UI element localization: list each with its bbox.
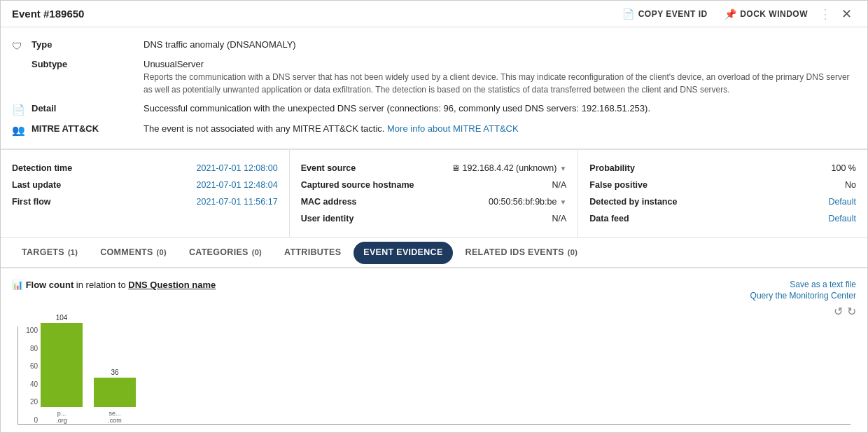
- type-label: Type: [31, 39, 144, 50]
- bar-group-1: 104 p....org: [41, 314, 83, 424]
- tab-attributes-label: ATTRIBUTES: [284, 247, 341, 257]
- mac-dropdown-icon[interactable]: ▼: [559, 198, 566, 206]
- window-title: Event #189650: [12, 8, 84, 20]
- chart-flow-count: Flow count: [26, 280, 74, 290]
- mitre-value: The event is not associated with any MIT…: [144, 123, 856, 134]
- probability-label: Probability: [589, 163, 635, 173]
- event-source-row: Event source 🖥 192.168.4.42 (unknown) ▼: [301, 160, 567, 177]
- chart-header: 📊 Flow count in relation to DNS Question…: [12, 280, 856, 318]
- copy-icon: 📄: [622, 8, 635, 20]
- false-positive-row: False positive No: [589, 177, 856, 193]
- query-monitoring-link[interactable]: Query the Monitoring Center: [750, 291, 856, 301]
- tab-related-ids-label: RELATED IDS EVENTS: [465, 247, 564, 257]
- bar-label-1: p....org: [56, 410, 67, 424]
- data-feed-value: Default: [828, 214, 856, 224]
- detail-value: Successful communication with the unexpe…: [144, 103, 856, 114]
- probability-value: 100 %: [832, 163, 856, 173]
- tab-comments-count: (0): [157, 248, 167, 256]
- chart-title-middle: in relation to: [76, 280, 128, 290]
- captured-hostname-label: Captured source hostname: [301, 180, 414, 190]
- chart-section: 📊 Flow count in relation to DNS Question…: [1, 268, 867, 432]
- header-actions: 📄 COPY EVENT ID 📌 DOCK WINDOW ⋮ ✕: [617, 4, 856, 25]
- y-axis: 100 80 60 40 20 0: [18, 327, 41, 424]
- false-positive-label: False positive: [589, 180, 648, 190]
- detected-by-row: Detected by instance Default: [589, 193, 856, 210]
- mac-address-row: MAC address 00:50:56:bf:9b:be ▼: [301, 193, 567, 210]
- save-text-link[interactable]: Save as a text file: [790, 280, 856, 289]
- event-window: Event #189650 📄 COPY EVENT ID 📌 DOCK WIN…: [0, 0, 868, 433]
- copy-event-id-button[interactable]: 📄 COPY EVENT ID: [617, 6, 713, 22]
- tab-related-ids[interactable]: RELATED IDS EVENTS (0): [456, 242, 588, 264]
- tab-targets[interactable]: TARGETS (1): [12, 242, 88, 264]
- subtype-desc: Reports the communication with a DNS ser…: [144, 71, 856, 96]
- undo-button[interactable]: ↺: [834, 305, 843, 318]
- subtype-value-block: UnusualServer Reports the communication …: [144, 59, 856, 96]
- first-flow-value: 2021-07-01 11:56:17: [197, 197, 278, 207]
- redo-button[interactable]: ↻: [847, 305, 856, 318]
- bar-group-2: 36 se....com: [94, 369, 136, 424]
- bar-value-1: 104: [56, 314, 68, 322]
- y-label-100: 100: [26, 327, 38, 334]
- mac-address-value: 00:50:56:bf:9b:be ▼: [489, 197, 566, 207]
- bar-chart-wrap: 100 80 60 40 20 0 104 p....org: [12, 327, 856, 425]
- last-update-value: 2021-07-01 12:48:04: [197, 180, 278, 190]
- first-flow-row: First flow 2021-07-01 11:56:17: [12, 193, 278, 210]
- type-value: DNS traffic anomaly (DNSANOMALY): [144, 39, 856, 50]
- tab-categories[interactable]: CATEGORIES (0): [179, 242, 272, 264]
- subtype-value: UnusualServer: [144, 59, 856, 69]
- info-section: 🛡 Type DNS traffic anomaly (DNSANOMALY) …: [1, 27, 867, 149]
- mac-address-label: MAC address: [301, 197, 357, 207]
- chart-actions: Save as a text file Query the Monitoring…: [750, 280, 856, 318]
- detection-time-label: Detection time: [12, 163, 72, 173]
- copy-event-id-label: COPY EVENT ID: [638, 9, 708, 19]
- detection-time-value: 2021-07-01 12:08:00: [197, 163, 278, 173]
- subtype-row: Subtype UnusualServer Reports the commun…: [12, 55, 856, 99]
- detail-row: 📄 Detail Successful communication with t…: [12, 99, 856, 120]
- detail-label: Detail: [31, 103, 144, 114]
- y-label-40: 40: [30, 380, 38, 388]
- tab-attributes[interactable]: ATTRIBUTES: [274, 242, 351, 264]
- chart-title: 📊 Flow count in relation to DNS Question…: [12, 280, 216, 290]
- y-label-80: 80: [30, 345, 38, 352]
- bar-2: [94, 378, 136, 407]
- user-identity-row: User identity N/A: [301, 210, 567, 227]
- dock-window-button[interactable]: 📌 DOCK WINDOW: [719, 6, 813, 22]
- captured-hostname-value: N/A: [552, 180, 566, 190]
- bar-chart: 100 80 60 40 20 0 104 p....org: [18, 327, 850, 425]
- chart-controls: ↺ ↻: [834, 305, 856, 318]
- last-update-row: Last update 2021-07-01 12:48:04: [12, 177, 278, 193]
- detected-by-value: Default: [828, 197, 856, 207]
- mitre-text: The event is not associated with any MIT…: [144, 123, 384, 134]
- tabs-bar: TARGETS (1) COMMENTS (0) CATEGORIES (0) …: [1, 238, 867, 268]
- chart-title-icon: 📊: [12, 280, 26, 290]
- subtype-label: Subtype: [31, 59, 144, 69]
- shield-icon: 🛡: [12, 39, 31, 52]
- user-identity-value: N/A: [552, 214, 566, 224]
- monitor-icon: 🖥: [451, 163, 460, 173]
- y-label-20: 20: [30, 398, 38, 406]
- data-feed-row: Data feed Default: [589, 210, 856, 227]
- tab-categories-count: (0): [252, 248, 262, 256]
- last-update-label: Last update: [12, 180, 61, 190]
- detail-icon: 📄: [12, 103, 31, 116]
- tab-comments[interactable]: COMMENTS (0): [90, 242, 176, 264]
- close-button[interactable]: ✕: [837, 4, 856, 25]
- mitre-link[interactable]: More info about MITRE ATT&CK: [387, 123, 519, 134]
- dropdown-icon[interactable]: ▼: [559, 165, 566, 172]
- tab-comments-label: COMMENTS: [100, 247, 153, 257]
- mitre-icon: 👥: [12, 123, 31, 137]
- y-label-60: 60: [30, 362, 38, 370]
- tab-related-ids-count: (0): [568, 248, 578, 256]
- probability-row: Probability 100 %: [589, 160, 856, 177]
- bar-label-2: se....com: [108, 410, 122, 424]
- content-area: 🛡 Type DNS traffic anomaly (DNSANOMALY) …: [1, 27, 867, 432]
- detection-grid: Detection time 2021-07-01 12:08:00 Last …: [1, 149, 867, 238]
- detected-by-label: Detected by instance: [589, 197, 677, 207]
- detection-times-col: Detection time 2021-07-01 12:08:00 Last …: [1, 150, 290, 237]
- tab-targets-label: TARGETS: [22, 247, 64, 257]
- event-source-label: Event source: [301, 163, 356, 173]
- captured-hostname-row: Captured source hostname N/A: [301, 177, 567, 193]
- mitre-label: MITRE ATT&CK: [31, 123, 144, 134]
- tab-event-evidence[interactable]: EVENT EVIDENCE: [354, 242, 452, 264]
- user-identity-label: User identity: [301, 214, 354, 224]
